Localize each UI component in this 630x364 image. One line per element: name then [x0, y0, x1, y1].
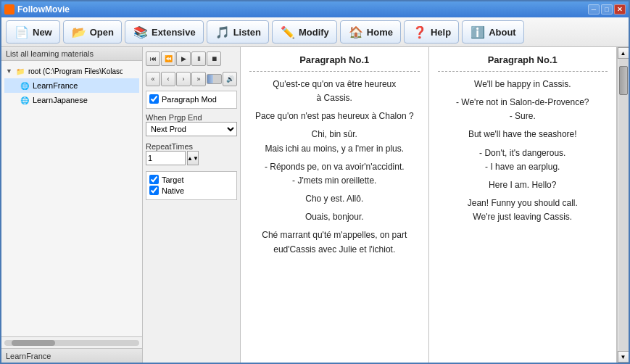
- about-label: About: [489, 27, 516, 38]
- paragraph-mode-label: Paragraph Mod: [162, 95, 217, 104]
- scrollbar-thumb[interactable]: [12, 340, 55, 346]
- progress-fill: [207, 75, 213, 83]
- listen-label: Listen: [233, 27, 261, 38]
- french-column[interactable]: Paragraph No.1 Qu'est-ce qu'on va être h…: [241, 47, 429, 363]
- left-panel: List all learning materials ▼ 📁 root (C:…: [1, 47, 143, 363]
- scrollbar-down-button[interactable]: ▼: [618, 351, 629, 363]
- tree-view: ▼ 📁 root (C:\Program Files\Kolasoft\Foll…: [1, 61, 142, 336]
- french-para-2: Pace qu'on n'est pas heureux à Chalon ?: [249, 109, 420, 123]
- home-button[interactable]: 🏠 Home: [340, 20, 401, 44]
- repeat-times-group: RepeatTimes ▲▼: [146, 139, 237, 165]
- minimize-button[interactable]: ─: [588, 4, 600, 15]
- english-para-3: But we'll have the seashore!: [438, 128, 608, 141]
- when-prgp-end-group: When Prgp End Next Prod Loop Stop: [146, 112, 237, 136]
- repeat-times-input[interactable]: [146, 151, 186, 165]
- tree-item-learnfrance-label: LearnFrance: [33, 81, 78, 90]
- prev-para-button[interactable]: «: [146, 72, 160, 86]
- about-icon: ℹ️: [470, 24, 486, 40]
- content-columns: Paragraph No.1 Qu'est-ce qu'on va être h…: [241, 47, 629, 363]
- title-bar: FollowMovie ─ □ ✕: [1, 1, 629, 17]
- help-icon: ❓: [412, 24, 428, 40]
- pause-button[interactable]: ⏸: [191, 51, 206, 66]
- new-button[interactable]: 📄 New: [6, 20, 60, 44]
- status-bar: LearnFrance: [1, 348, 142, 363]
- close-button[interactable]: ✕: [614, 4, 626, 15]
- horizontal-scrollbar[interactable]: [1, 336, 142, 348]
- next-prgp-select[interactable]: Next Prod Loop Stop: [146, 122, 237, 136]
- target-checkbox-row: Target: [149, 175, 233, 184]
- extensive-label: Extensive: [152, 27, 196, 38]
- new-icon: 📄: [14, 24, 30, 40]
- english-paragraph-title: Paragraph No.1: [438, 53, 608, 72]
- french-para-6: Ouais, bonjour.: [249, 210, 420, 224]
- tree-item-root-label: root (C:\Program Files\Kolasoft\Follow: [28, 67, 123, 75]
- listen-button[interactable]: 🎵 Listen: [207, 20, 269, 44]
- scrollbar-track: [4, 340, 139, 346]
- next-para-button[interactable]: »: [191, 72, 206, 86]
- learnjapanese-icon: 🌐: [19, 94, 30, 106]
- prev-start-button[interactable]: ⏮: [146, 51, 160, 66]
- new-label: New: [33, 27, 52, 38]
- scrollbar-v-thumb[interactable]: [619, 66, 628, 95]
- french-para-4: - Réponds pe, on va avoir'n'accidint.- J…: [249, 160, 420, 188]
- paragraph-mode-group: Paragraph Mod: [146, 91, 237, 109]
- target-label: Target: [162, 175, 184, 184]
- english-para-1: We'll be happy in Cassis.: [438, 78, 608, 91]
- scrollbar-up-button[interactable]: ▲: [618, 47, 629, 59]
- vertical-scrollbar[interactable]: ▲ ▼: [617, 47, 629, 363]
- main-window: FollowMovie ─ □ ✕ 📄 New 📂 Open 📚 Extensi…: [0, 0, 630, 364]
- next-prgp-row: Next Prod Loop Stop: [146, 122, 237, 136]
- tree-item-learnjapanese[interactable]: 🌐 LearnJapanese: [4, 93, 139, 107]
- modify-icon: ✏️: [280, 24, 296, 40]
- play-button[interactable]: ▶: [176, 51, 191, 66]
- open-label: Open: [90, 27, 114, 38]
- about-button[interactable]: ℹ️ About: [462, 20, 524, 44]
- extensive-icon: 📚: [133, 24, 149, 40]
- open-icon: 📂: [71, 24, 87, 40]
- native-checkbox[interactable]: [149, 186, 159, 195]
- french-para-3: Chi, bin sûr.Mais ichi au moins, y a l'm…: [249, 128, 420, 155]
- prev-button[interactable]: ⏪: [161, 51, 175, 66]
- root-folder-icon: 📁: [14, 65, 26, 77]
- toolbar: 📄 New 📂 Open 📚 Extensive 🎵 Listen ✏️ Mod…: [1, 17, 629, 47]
- prev-sent-button[interactable]: ‹: [161, 72, 175, 86]
- french-paragraph-title: Paragraph No.1: [249, 53, 420, 72]
- english-para-4: - Don't, it's dangerous.- I have an earp…: [438, 146, 608, 174]
- when-prgp-end-label: When Prgp End: [146, 113, 237, 122]
- content-area: Paragraph No.1 Qu'est-ce qu'on va être h…: [241, 47, 629, 363]
- tree-expand-icon: ▼: [6, 67, 12, 75]
- transport-bar-bottom: « ‹ › » 🔊: [146, 70, 237, 88]
- extensive-button[interactable]: 📚 Extensive: [125, 20, 204, 44]
- english-column[interactable]: Paragraph No.1 We'll be happy in Cassis.…: [429, 47, 618, 363]
- help-button[interactable]: ❓ Help: [404, 20, 459, 44]
- french-para-7: Ché marrant qu'té m'appelles, on parteud…: [249, 228, 420, 256]
- transport-bar-top: ⏮ ⏪ ▶ ⏸ ⏹: [146, 50, 237, 67]
- progress-bar[interactable]: [207, 74, 222, 84]
- paragraph-mode-checkbox[interactable]: [149, 94, 159, 104]
- status-text: LearnFrance: [6, 352, 51, 360]
- tree-item-root[interactable]: ▼ 📁 root (C:\Program Files\Kolasoft\Foll…: [4, 64, 139, 78]
- repeat-times-spin-button[interactable]: ▲▼: [187, 151, 199, 165]
- home-icon: 🏠: [348, 24, 364, 40]
- left-panel-header: List all learning materials: [1, 47, 142, 61]
- open-button[interactable]: 📂 Open: [63, 20, 122, 44]
- native-label: Native: [162, 186, 184, 195]
- stop-button[interactable]: ⏹: [207, 51, 221, 66]
- speaker-button[interactable]: 🔊: [223, 72, 237, 86]
- learnfrance-icon: 🌐: [19, 80, 30, 91]
- next-sent-button[interactable]: ›: [176, 72, 191, 86]
- french-para-1: Qu'est-ce qu'on va être heureuxà Cassis.: [249, 78, 420, 105]
- control-panel: ⏮ ⏪ ▶ ⏸ ⏹ « ‹ › » 🔊 Paragraph Mo: [143, 47, 241, 363]
- repeat-times-label: RepeatTimes: [146, 142, 237, 151]
- target-native-group: Target Native: [146, 171, 237, 200]
- maximize-button[interactable]: □: [601, 4, 613, 15]
- window-title: FollowMovie: [17, 4, 70, 15]
- title-bar-left: FollowMovie: [4, 4, 70, 15]
- paragraph-mode-checkbox-row: Paragraph Mod: [149, 94, 233, 104]
- target-checkbox[interactable]: [149, 175, 159, 184]
- english-para-5: Here I am. Hello?: [438, 178, 608, 192]
- help-label: Help: [431, 27, 451, 38]
- tree-item-learnfrance[interactable]: 🌐 LearnFrance: [4, 78, 139, 93]
- native-checkbox-row: Native: [149, 186, 233, 195]
- modify-button[interactable]: ✏️ Modify: [272, 20, 337, 44]
